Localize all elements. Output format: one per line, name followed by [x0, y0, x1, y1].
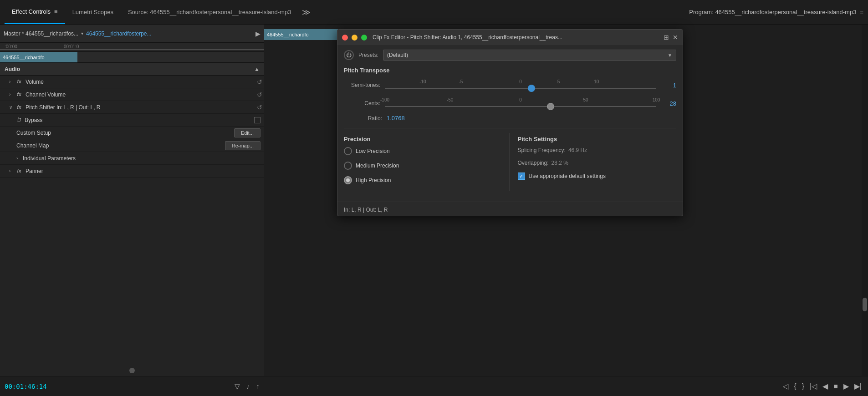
effect-row-pitch-shifter: ∨ fx Pitch Shifter In: L, R | Out: L, R … [0, 101, 264, 114]
power-button[interactable]: ⏻ [344, 50, 354, 60]
high-precision-row: High Precision [344, 176, 503, 184]
ratio-label: Ratio: [346, 115, 382, 122]
cents-thumb[interactable] [547, 103, 554, 110]
semitones-label: Semi-tones: [344, 82, 380, 88]
low-precision-radio[interactable] [344, 147, 352, 155]
tab-lumetri-scopes[interactable]: Lumetri Scopes [65, 0, 121, 24]
play-button[interactable]: ▶ [255, 30, 260, 37]
semitones-track[interactable] [385, 88, 656, 89]
volume-fx-badge: fx [15, 79, 23, 84]
cents-tick-100: 100 [653, 97, 660, 102]
splicing-frequency-row: Splicing Frequency: 46.9 Hz [518, 147, 677, 153]
source-master-dropdown[interactable]: ▾ [81, 31, 83, 36]
bottom-bar: 00:01:46:14 ▽ ♪ ↑ [0, 376, 264, 396]
tab-source[interactable]: Source: 464555__richardfosterpersonal__t… [121, 0, 298, 24]
tab-source-label: Source: 464555__richardfosterpersonal__t… [128, 9, 291, 15]
ruler-area: :00:00 00:01:0 [0, 43, 264, 52]
scrollbar-thumb[interactable] [863, 298, 867, 311]
individual-params-expand[interactable]: › [16, 156, 23, 161]
clip-fx-titlebar: Clip Fx Editor - Pitch Shifter: Audio 1,… [337, 30, 683, 45]
traffic-light-yellow[interactable] [352, 35, 357, 41]
tab-overflow-icon[interactable]: ≫ [298, 7, 314, 17]
bottom-panels: Precision Low Precision Medium Precision… [344, 133, 676, 191]
program-label-text: Program: 464555__richardfosterpersonal__… [689, 9, 856, 15]
transport-mark-in[interactable]: ◁ [783, 382, 788, 391]
default-settings-label: Use appropriate default settings [529, 173, 606, 179]
presets-label: Presets: [358, 52, 378, 58]
source-link[interactable]: 464555__richardfosterpe... [86, 30, 151, 37]
channel-volume-name: Channel Volume [26, 91, 257, 98]
transport-play[interactable]: ▶ [843, 382, 849, 391]
bypass-clock-icon: ⏱ [16, 117, 22, 123]
clip-block[interactable]: 464555__richardfo [0, 52, 77, 63]
cents-tick-minus50: -50 [447, 97, 453, 102]
volume-reset[interactable]: ↺ [257, 78, 262, 86]
effect-controls-menu-icon[interactable]: ≡ [54, 8, 58, 15]
cents-tick-minus100: -100 [380, 97, 389, 102]
export-icon[interactable]: ↑ [256, 382, 260, 390]
filter-icon[interactable]: ▽ [235, 382, 240, 391]
pitch-settings-panel: Pitch Settings Splicing Frequency: 46.9 … [510, 133, 677, 191]
clip-fx-body: ⏻ Presets: (Default) ▼ Pitch Transpose S… [337, 45, 683, 195]
transport-in-point[interactable]: { [794, 382, 796, 391]
semitones-thumb[interactable] [528, 85, 535, 92]
channel-volume-expand[interactable]: › [9, 92, 15, 97]
cents-slider-container: -100 -50 0 50 100 [385, 96, 656, 110]
pitch-shifter-reset[interactable]: ↺ [257, 104, 262, 111]
presets-dropdown-arrow: ▼ [668, 53, 672, 58]
presets-dropdown[interactable]: (Default) ▼ [383, 50, 676, 61]
channel-volume-reset[interactable]: ↺ [257, 91, 262, 98]
clip-track-display: 464555__richardfo [264, 29, 338, 40]
transport-out-point[interactable]: } [802, 382, 804, 391]
effect-row-volume: › fx Volume ↺ [0, 76, 264, 88]
clip-fx-grid-icon[interactable]: ⊞ [664, 34, 669, 41]
high-precision-radio-inner [346, 178, 350, 182]
traffic-light-red[interactable] [342, 35, 348, 41]
custom-setup-button[interactable]: Edit... [234, 128, 260, 137]
pitch-shifter-name: Pitch Shifter In: L, R | Out: L, R [26, 104, 257, 111]
clip-fx-title: Clip Fx Editor - Pitch Shifter: Audio 1,… [373, 34, 660, 41]
bottom-icons: ▽ ♪ ↑ [235, 382, 260, 391]
transport-go-to-out[interactable]: ▶| [854, 382, 862, 391]
program-menu-icon[interactable]: ≡ [860, 9, 863, 15]
high-precision-radio[interactable] [344, 176, 352, 184]
transport-bar: ◁ { } |◁ ◀ ■ ▶ ▶| [264, 376, 868, 396]
audio-section-header: Audio ▲ [0, 63, 264, 76]
bypass-checkbox[interactable] [254, 117, 260, 123]
panner-expand[interactable]: › [9, 168, 15, 173]
channel-map-button[interactable]: Re-map... [225, 141, 260, 150]
tab-effect-controls[interactable]: Effect Controls ≡ [5, 0, 65, 24]
presets-value: (Default) [387, 52, 408, 58]
cents-row: Cents: -100 -50 0 50 100 28 [344, 96, 676, 110]
clip-track-label: 464555__richardfo [267, 32, 309, 37]
semitones-tick-minus10: -10 [419, 79, 426, 84]
default-settings-row: ✓ Use appropriate default settings [518, 173, 677, 180]
semitones-tick-minus5: -5 [459, 79, 463, 84]
overlapping-row: Overlapping: 28.2 % [518, 160, 677, 166]
bypass-label: Bypass [25, 117, 254, 123]
transport-stop[interactable]: ■ [833, 382, 838, 391]
transport-step-back[interactable]: ◀ [822, 382, 828, 391]
cents-tick-50: 50 [583, 97, 588, 102]
panner-name: Panner [26, 168, 264, 174]
right-scrollbar[interactable] [862, 25, 868, 396]
pitch-settings-section-label: Pitch Settings [518, 136, 677, 142]
high-precision-label: High Precision [356, 177, 391, 183]
pitch-shifter-expand[interactable]: ∨ [9, 105, 15, 110]
cents-track[interactable] [385, 106, 656, 107]
effect-row-panner: › fx Panner [0, 165, 264, 178]
timecode-display: 00:01:46:14 [5, 383, 47, 390]
audio-section-collapse[interactable]: ▲ [254, 66, 260, 72]
transport-go-to-in[interactable]: |◁ [810, 382, 817, 391]
volume-expand[interactable]: › [9, 79, 15, 84]
effect-row-channel-map: Channel Map Re-map... [0, 139, 264, 152]
effect-row-bypass: ⏱ Bypass [0, 114, 264, 127]
ruler-time-2: 00:01:0 [64, 44, 79, 49]
pitch-transpose-section: Pitch Transpose Semi-tones: -10 -5 0 5 1… [344, 67, 676, 128]
traffic-light-green[interactable] [361, 35, 367, 41]
clip-fx-close-icon[interactable]: ✕ [673, 34, 678, 41]
semitones-slider-container: -10 -5 0 5 10 [385, 78, 656, 92]
music-note-icon[interactable]: ♪ [246, 382, 250, 390]
default-settings-checkbox[interactable]: ✓ [518, 173, 525, 180]
medium-precision-radio[interactable] [344, 162, 352, 170]
